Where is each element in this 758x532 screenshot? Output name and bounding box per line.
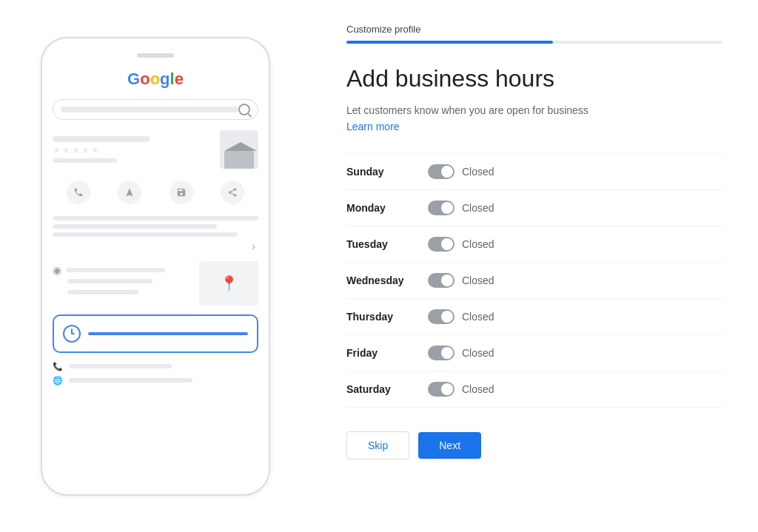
phone-mockup: Google ★ ★ ★ ★ ★ [41, 37, 270, 496]
store-roof [224, 142, 257, 151]
progress-section: Customize profile [346, 24, 722, 44]
day-label-saturday: Saturday [346, 383, 428, 395]
mock-biz-image [220, 130, 258, 169]
star-4: ★ [81, 145, 90, 155]
mock-hours-highlight-card [53, 314, 258, 353]
day-status-saturday: Closed [462, 383, 494, 395]
google-e: e [175, 70, 184, 88]
phone-icon: 📞 [53, 362, 63, 371]
map-line-2 [67, 279, 152, 283]
day-row: TuesdayClosed [346, 226, 722, 263]
google-g: G [127, 70, 140, 88]
day-status-monday: Closed [462, 202, 494, 214]
day-label-sunday: Sunday [346, 166, 428, 178]
clock-icon [63, 325, 81, 343]
svg-point-0 [234, 188, 237, 190]
toggle-tuesday[interactable] [428, 237, 455, 252]
store-body [224, 151, 254, 169]
search-icon [238, 104, 250, 115]
day-row: ThursdayClosed [346, 299, 722, 335]
day-label-tuesday: Tuesday [346, 238, 428, 250]
day-status-tuesday: Closed [462, 238, 494, 250]
star-1: ★ [53, 145, 61, 155]
store-icon [224, 142, 254, 169]
mock-call-icon [67, 181, 90, 204]
content-line-2 [53, 224, 217, 229]
svg-point-2 [234, 194, 237, 197]
days-list: SundayClosedMondayClosedTuesdayClosedWed… [346, 153, 722, 408]
phone-speaker [137, 53, 174, 58]
day-label-thursday: Thursday [346, 311, 428, 323]
right-panel: Customize profile Add business hours Let… [311, 0, 758, 532]
mock-map-placeholder: 📍 [199, 261, 258, 306]
google-o2: o [150, 70, 160, 88]
star-3: ★ [72, 145, 80, 155]
toggle-container-tuesday: Closed [428, 237, 494, 252]
toggle-thursday[interactable] [428, 309, 455, 324]
day-row: FridayClosed [346, 335, 722, 371]
progress-bar-fill [346, 41, 553, 44]
phone-line-row-2: 🌐 [53, 376, 258, 385]
learn-more-link[interactable]: Learn more [346, 121, 722, 132]
google-g2: g [160, 70, 170, 88]
mock-share-icon [221, 181, 244, 204]
toggle-wednesday[interactable] [428, 273, 455, 288]
toggle-container-saturday: Closed [428, 382, 494, 397]
map-line-3 [67, 290, 138, 294]
toggle-saturday[interactable] [428, 382, 455, 397]
map-line-1 [66, 268, 165, 272]
more-row: › [53, 240, 258, 252]
page-subtitle: Let customers know when you are open for… [346, 104, 722, 116]
mock-biz-desc-line [53, 158, 117, 163]
day-status-wednesday: Closed [462, 275, 494, 286]
button-row: Skip Next [346, 431, 722, 459]
map-pin-icon: ◉ [53, 264, 61, 276]
day-label-friday: Friday [346, 347, 428, 359]
mock-save-icon [170, 181, 193, 204]
phone-text-line-2 [69, 378, 192, 383]
mock-content-lines: › [53, 216, 258, 252]
content-line-3 [53, 232, 238, 237]
star-5: ★ [91, 145, 99, 155]
chevron-right-icon: › [252, 240, 255, 252]
page-title: Add business hours [346, 64, 722, 92]
svg-point-1 [229, 191, 232, 194]
skip-button[interactable]: Skip [346, 431, 409, 459]
day-label-monday: Monday [346, 202, 428, 214]
phone-text-line-1 [69, 364, 172, 368]
phone-mockup-panel: Google ★ ★ ★ ★ ★ [0, 0, 311, 532]
mock-map-area: ◉ 📍 [53, 261, 258, 306]
day-status-thursday: Closed [462, 311, 494, 323]
mock-phone-lines: 📞 🌐 [53, 359, 258, 388]
day-row: SundayClosed [346, 153, 722, 190]
toggle-container-sunday: Closed [428, 164, 494, 179]
highlight-line [88, 332, 248, 335]
mock-biz-name-line [53, 136, 150, 142]
mock-search-line [61, 107, 238, 112]
svg-line-3 [231, 192, 234, 194]
toggle-container-thursday: Closed [428, 309, 494, 324]
map-location-icon: 📍 [220, 275, 238, 292]
toggle-container-monday: Closed [428, 201, 494, 215]
mock-business-card: ★ ★ ★ ★ ★ [53, 130, 258, 169]
mock-biz-info: ★ ★ ★ ★ ★ [53, 136, 214, 163]
day-status-sunday: Closed [462, 166, 494, 178]
next-button[interactable]: Next [418, 432, 481, 459]
day-row: SaturdayClosed [346, 371, 722, 408]
progress-label: Customize profile [346, 24, 722, 35]
clock-hand-horizontal [71, 333, 75, 334]
globe-icon: 🌐 [53, 376, 63, 385]
toggle-monday[interactable] [428, 201, 455, 215]
toggle-sunday[interactable] [428, 164, 455, 179]
day-row: MondayClosed [346, 190, 722, 226]
toggle-container-wednesday: Closed [428, 273, 494, 288]
phone-line-row-1: 📞 [53, 362, 258, 371]
google-logo: Google [53, 70, 258, 89]
svg-line-4 [231, 189, 234, 191]
day-status-friday: Closed [462, 347, 494, 359]
toggle-friday[interactable] [428, 346, 455, 360]
mock-directions-icon [118, 181, 141, 204]
mock-search-bar [53, 99, 258, 120]
mock-action-icons [53, 178, 258, 207]
day-row: WednesdayClosed [346, 263, 722, 299]
